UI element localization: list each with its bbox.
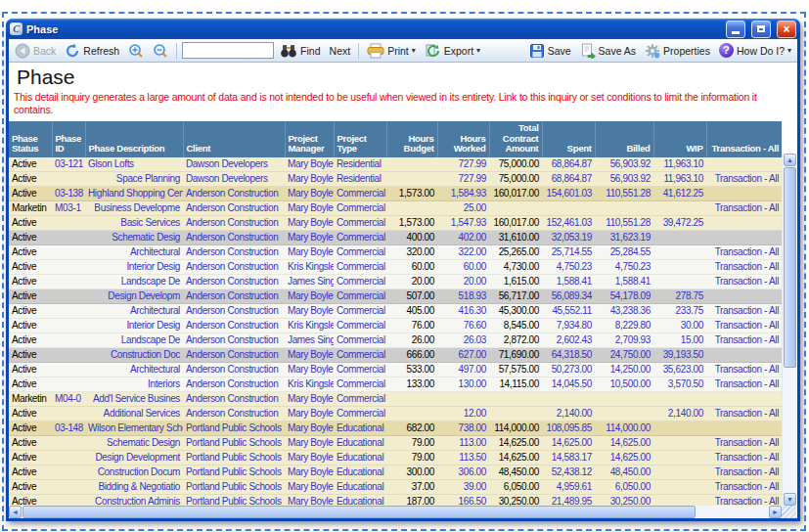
refresh-button[interactable]: Refresh <box>62 42 122 60</box>
grid-header-row: Phase StatusPhase IDPhase DescriptionCli… <box>9 121 782 157</box>
cell-desc: Business Developme <box>85 200 183 215</box>
cell-billed: 14,250.00 <box>595 362 653 377</box>
table-row: ActiveConstruction DocAnderson Construct… <box>9 347 782 362</box>
cell-hours_budget <box>386 200 437 215</box>
find-button[interactable]: Find <box>277 42 323 60</box>
cell-id: 03-138 <box>52 186 85 200</box>
cell-contract: 57,575.00 <box>489 362 542 377</box>
cell-desc: Architectural <box>85 244 183 259</box>
cell-billed: 1,588.41 <box>595 274 653 288</box>
transaction-link[interactable]: Transaction - All <box>706 479 782 494</box>
cell-hours_worked: 39.00 <box>437 479 489 494</box>
minimize-button[interactable] <box>726 21 745 38</box>
cell-client: Anderson Construction <box>183 244 285 259</box>
cell-id <box>52 377 85 391</box>
cell-status: Active <box>9 186 52 200</box>
scroll-up-button[interactable]: ▲ <box>784 154 796 166</box>
cell-client: Anderson Construction <box>183 362 285 377</box>
how-do-i-button[interactable]: ? How Do I? ▾ <box>716 42 794 60</box>
zoom-out-button[interactable] <box>150 42 171 60</box>
transaction-link[interactable]: Transaction - All <box>706 303 782 318</box>
cell-client: Anderson Construction <box>183 377 285 391</box>
back-button[interactable]: Back <box>12 42 59 60</box>
export-button[interactable]: Export ▾ <box>422 42 483 60</box>
transaction-link[interactable]: Transaction - All <box>706 274 782 288</box>
find-input[interactable] <box>182 42 274 59</box>
cell-contract: 6,050.00 <box>489 479 542 494</box>
transaction-link[interactable]: Transaction - All <box>706 362 782 377</box>
transaction-link[interactable]: Transaction - All <box>706 377 782 391</box>
cell-hours_worked: 60.00 <box>437 259 489 274</box>
horizontal-scrollbar[interactable]: ◄ ► <box>9 506 782 518</box>
zoom-in-button[interactable] <box>125 42 147 60</box>
cell-wip <box>653 435 706 450</box>
maximize-button[interactable] <box>751 21 771 38</box>
cell-desc: Interior Desig <box>85 259 183 274</box>
cell-client: Dawson Developers <box>183 171 285 186</box>
cell-pm: Mary Boyle <box>285 391 334 406</box>
cell-hours_budget: 300.00 <box>386 465 437 479</box>
toolbar-separator <box>176 43 177 59</box>
transaction-link[interactable]: Transaction - All <box>706 259 782 274</box>
transaction-link[interactable]: Transaction - All <box>706 332 782 347</box>
scroll-down-button[interactable]: ▼ <box>784 493 796 506</box>
column-header-billed: Billed <box>595 121 653 157</box>
cell-contract: 160,017.00 <box>489 215 542 230</box>
cell-type: Commercial <box>334 377 386 391</box>
transaction-link[interactable]: Transaction - All <box>706 244 782 259</box>
next-button[interactable]: Next <box>327 42 354 60</box>
cell-wip <box>653 259 706 274</box>
cell-contract: 2,872.00 <box>489 332 542 347</box>
save-button[interactable]: Save <box>526 42 574 60</box>
cell-wip: 41,612.25 <box>653 186 706 200</box>
cell-hours_budget: 20.00 <box>386 274 437 288</box>
transaction-link[interactable]: Transaction - All <box>706 406 782 421</box>
chevron-down-icon: ▾ <box>787 46 791 55</box>
cell-hours_worked: 26.03 <box>437 332 489 347</box>
cell-pm: Mary Boyle <box>285 435 334 450</box>
table-row: ActiveInterior DesigAnderson Constructio… <box>9 318 782 332</box>
cell-spent: 14,625.00 <box>542 435 595 450</box>
cell-id <box>52 215 85 230</box>
vertical-scrollbar[interactable]: ▲ ▼ <box>782 154 796 506</box>
properties-button[interactable]: Properties <box>642 42 713 60</box>
scroll-right-button[interactable]: ► <box>769 506 782 518</box>
print-button[interactable]: Print ▾ <box>364 42 419 60</box>
cell-status: Active <box>9 479 52 494</box>
save-as-button[interactable]: Save As <box>577 42 640 60</box>
cell-desc: Schematic Design <box>85 435 183 450</box>
cell-billed: 110,551.28 <box>595 186 653 200</box>
cell-billed: 10,500.00 <box>595 377 653 391</box>
cell-wip: 2,140.00 <box>653 406 706 421</box>
cell-billed: 14,625.00 <box>595 450 653 465</box>
cell-desc: Design Development <box>85 450 183 465</box>
cell-spent: 25,714.55 <box>542 244 595 259</box>
cell-status: Active <box>9 421 52 435</box>
table-row: ActiveDesign DevelopmAnderson Constructi… <box>9 288 782 303</box>
cell-client: Portland Public Schools <box>183 465 285 479</box>
cell-pm: James Sing <box>285 274 334 288</box>
cell-hours_worked: 402.00 <box>437 230 489 244</box>
cell-hours_worked <box>437 391 489 406</box>
transaction-link[interactable]: Transaction - All <box>706 465 782 479</box>
horizontal-scroll-thumb[interactable] <box>22 506 696 518</box>
scroll-left-button[interactable]: ◄ <box>9 506 22 518</box>
transaction-link[interactable]: Transaction - All <box>706 200 782 215</box>
vertical-scroll-thumb[interactable] <box>784 167 796 368</box>
cell-status: Marketin <box>9 200 52 215</box>
cell-spent: 152,461.03 <box>542 215 595 230</box>
transaction-link[interactable]: Transaction - All <box>706 318 782 332</box>
cell-id <box>52 274 85 288</box>
cell-contract: 4,730.00 <box>489 259 542 274</box>
cell-desc: Highland Shopping Cent <box>85 186 183 200</box>
cell-wip <box>653 230 706 244</box>
transaction-link[interactable]: Transaction - All <box>706 435 782 450</box>
back-icon <box>15 43 30 59</box>
transaction-link[interactable]: Transaction - All <box>706 171 782 186</box>
cell-spent: 64,318.50 <box>542 347 595 362</box>
cell-contract <box>489 391 542 406</box>
cell-desc: Basic Services <box>85 215 183 230</box>
close-button[interactable]: × <box>777 21 796 38</box>
column-header-hours_budget: Hours Budget <box>386 121 437 157</box>
transaction-link[interactable]: Transaction - All <box>706 450 782 465</box>
